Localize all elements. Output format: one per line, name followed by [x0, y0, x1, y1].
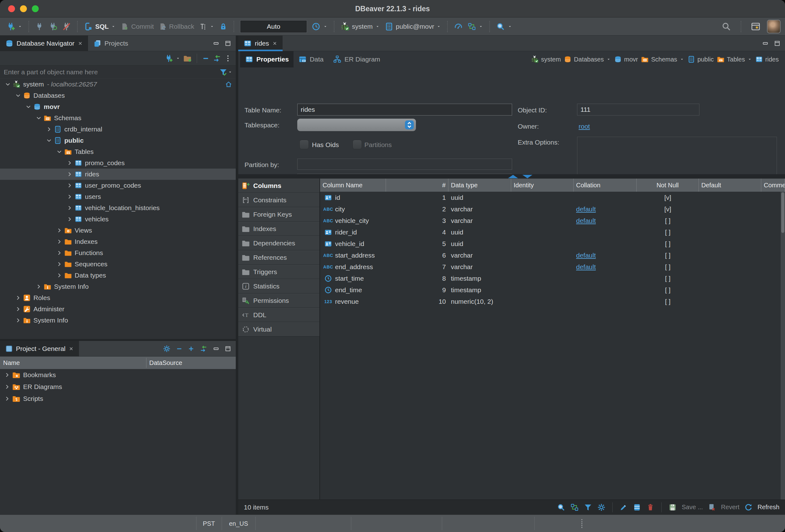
commit-button[interactable]: Commit — [119, 21, 155, 32]
close-icon[interactable] — [77, 41, 83, 46]
column-divider[interactable] — [146, 358, 147, 368]
grid-header-collation[interactable]: Collation — [574, 179, 637, 192]
has-oids-checkbox[interactable] — [300, 140, 309, 149]
name-column-header[interactable]: Name — [0, 359, 20, 366]
detail-tab-triggers[interactable]: Triggers — [238, 265, 320, 279]
chevron-down-icon[interactable] — [44, 137, 54, 144]
table-name-field[interactable] — [297, 104, 512, 116]
tree-item-views[interactable]: Views — [0, 225, 236, 236]
tree-item-vehicles[interactable]: vehicles — [0, 213, 236, 225]
chevron-right-icon[interactable] — [65, 193, 74, 200]
breadcrumb-schemas[interactable]: Schemas — [641, 55, 684, 64]
breadcrumb-public[interactable]: public — [687, 55, 714, 64]
quick-search-button[interactable] — [719, 20, 733, 33]
chevron-down-icon[interactable] — [34, 115, 43, 122]
chevron-right-icon[interactable] — [55, 238, 64, 245]
link-with-editor-icon[interactable] — [200, 345, 208, 353]
gear-icon[interactable] — [163, 345, 171, 353]
detail-tab-statistics[interactable]: iStatistics — [238, 279, 320, 294]
tree-item-users[interactable]: users — [0, 191, 236, 202]
chevron-right-icon[interactable] — [2, 395, 12, 402]
detail-tab-foreign-keys[interactable]: Foreign Keys — [238, 207, 320, 222]
chevron-right-icon[interactable] — [14, 306, 23, 312]
grid-header-data-type[interactable]: Data type — [448, 179, 511, 192]
object-filter-input[interactable] — [3, 68, 219, 76]
chevron-right-icon[interactable] — [55, 261, 64, 268]
tree-item-data-types[interactable]: Data types — [0, 270, 236, 281]
compare-migrate-button[interactable] — [466, 21, 485, 32]
tree-item-rides[interactable]: rides — [0, 169, 236, 180]
collation-default-link[interactable]: default — [576, 205, 596, 213]
chevron-right-icon[interactable] — [34, 283, 43, 290]
new-connection-button[interactable] — [4, 21, 24, 32]
editor-tab-rides[interactable]: rides — [238, 35, 283, 51]
detail-tab-references[interactable]: References — [238, 250, 320, 265]
maximize-panel-icon[interactable] — [225, 40, 231, 47]
chevron-right-icon[interactable] — [65, 204, 74, 211]
grid-header-identity[interactable]: Identity — [511, 179, 574, 192]
active-schema-selector[interactable]: public@movr — [383, 21, 443, 32]
chevron-right-icon[interactable] — [65, 182, 74, 189]
grid-scrollbar[interactable] — [781, 192, 785, 500]
tree-item-roles[interactable]: Roles — [0, 292, 236, 303]
collation-default-link[interactable]: default — [576, 217, 596, 225]
datasource-column-header[interactable]: DataSource — [149, 359, 182, 366]
breadcrumb-movr[interactable]: movr — [614, 55, 638, 64]
statusbar-drag-handle[interactable] — [581, 519, 582, 528]
close-icon[interactable] — [68, 346, 74, 352]
tree-item-tables[interactable]: Tables — [0, 146, 236, 157]
close-icon[interactable] — [272, 41, 278, 46]
delete-icon[interactable] — [646, 503, 655, 512]
locale-indicator[interactable]: en_US — [222, 515, 255, 532]
column-row-start-address[interactable]: ABCstart_address6varchardefault[ ] — [320, 250, 781, 261]
filter-funnel-icon[interactable] — [219, 68, 228, 76]
minimize-panel-icon[interactable] — [213, 40, 220, 47]
tree-item-system[interactable]: system- localhost:26257 — [0, 79, 236, 90]
save-icon[interactable] — [668, 503, 677, 512]
chevron-right-icon[interactable] — [65, 159, 74, 167]
project-item-er-diagrams[interactable]: ER Diagrams — [0, 381, 236, 393]
expand-up-icon[interactable] — [508, 175, 518, 178]
chevron-down-icon[interactable] — [55, 148, 64, 155]
partitions-checkbox[interactable] — [353, 140, 362, 149]
column-row-vehicle-city[interactable]: ABCvehicle_city3varchardefault[ ] — [320, 215, 781, 226]
new-connection-icon[interactable] — [164, 54, 173, 63]
tree-item-system-info[interactable]: System Info — [0, 315, 236, 326]
minimize-panel-icon[interactable] — [762, 40, 769, 47]
sql-editor-button[interactable]: SQL — [82, 21, 118, 32]
tree-item-movr[interactable]: movr — [0, 101, 236, 112]
lock-button[interactable] — [217, 21, 229, 32]
project-item-scripts[interactable]: Scripts — [0, 393, 236, 405]
maximize-panel-icon[interactable] — [225, 345, 231, 352]
active-connection-selector[interactable]: system — [339, 21, 382, 32]
tree-item-sequences[interactable]: Sequences — [0, 258, 236, 270]
column-row-end-time[interactable]: end_time9timestamp[ ] — [320, 284, 781, 296]
column-row-city[interactable]: ABCcity2varchardefault[v] — [320, 203, 781, 215]
commit-mode-combo[interactable]: Auto — [240, 21, 307, 32]
grid-header-default[interactable]: Default — [699, 179, 761, 192]
perspective-button[interactable] — [749, 20, 762, 33]
tablespace-combo[interactable] — [297, 119, 416, 131]
tab-properties[interactable]: Properties — [240, 51, 294, 68]
tree-item-indexes[interactable]: Indexes — [0, 236, 236, 247]
breadcrumb-tables[interactable]: Tables — [717, 55, 752, 64]
tab-database-navigator[interactable]: Database Navigator — [0, 35, 88, 51]
tree-item-public[interactable]: public — [0, 135, 236, 146]
grid-filter-icon[interactable] — [584, 503, 592, 512]
grid-header-[interactable]: # — [386, 179, 448, 192]
expand-down-icon[interactable] — [523, 175, 532, 178]
chevron-right-icon[interactable] — [55, 227, 64, 234]
timezone-indicator[interactable]: PST — [196, 515, 222, 532]
revert-button[interactable]: Revert — [721, 504, 739, 511]
expand-all-icon[interactable] — [188, 345, 195, 352]
chevron-down-icon[interactable] — [24, 103, 33, 110]
owner-link[interactable]: root — [579, 123, 590, 130]
edit-icon[interactable] — [619, 503, 628, 512]
tree-item-schemas[interactable]: Schemas — [0, 112, 236, 124]
connect-button[interactable] — [33, 21, 45, 32]
collapse-all-icon[interactable] — [176, 345, 183, 352]
revert-icon[interactable] — [708, 503, 716, 512]
chevron-right-icon[interactable] — [2, 372, 12, 378]
horizontal-sash[interactable] — [238, 174, 785, 179]
breadcrumb-system[interactable]: system — [531, 55, 561, 64]
